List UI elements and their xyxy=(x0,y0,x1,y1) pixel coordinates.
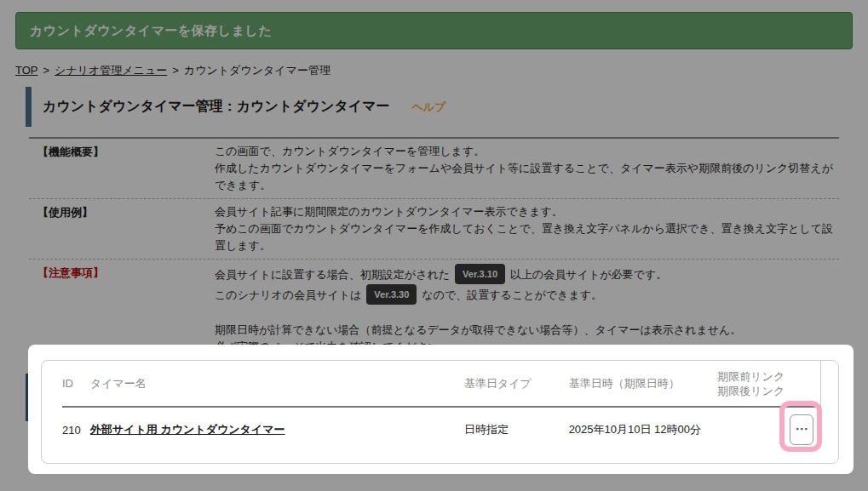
column-header-base-datetime: 基準日時（期限日時） xyxy=(569,376,718,391)
column-header-link-after: 期限後リンク xyxy=(717,384,820,398)
ellipsis-icon: ⋯ xyxy=(796,421,808,437)
column-header-name: タイマー名 xyxy=(90,376,464,391)
table-row: 210 外部サイト用 カウントダウンタイマー 日時指定 2025年10月10日 … xyxy=(62,408,821,452)
timer-list-card: ID タイマー名 基準日タイプ 基準日時（期限日時） 期限前リンク 期限後リンク… xyxy=(41,360,839,464)
column-header-base-type: 基準日タイプ xyxy=(464,376,569,391)
cell-id: 210 xyxy=(62,424,90,437)
cell-base-type: 日時指定 xyxy=(464,422,569,437)
column-header-link-before: 期限前リンク xyxy=(717,369,820,384)
cell-name: 外部サイト用 カウントダウンタイマー xyxy=(90,422,464,437)
cell-actions: ⋯ xyxy=(717,408,821,452)
tutorial-spotlight: ID タイマー名 基準日タイプ 基準日時（期限日時） 期限前リンク 期限後リンク… xyxy=(28,345,854,474)
table-header-row: ID タイマー名 基準日タイプ 基準日時（期限日時） 期限前リンク 期限後リンク xyxy=(62,361,821,408)
cell-base-datetime: 2025年10月10日 12時00分 xyxy=(569,422,718,437)
timer-name-link[interactable]: 外部サイト用 カウントダウンタイマー xyxy=(90,423,285,436)
column-header-links: 期限前リンク 期限後リンク xyxy=(717,361,821,406)
more-actions-button[interactable]: ⋯ xyxy=(790,414,813,445)
column-header-id: ID xyxy=(62,377,90,390)
